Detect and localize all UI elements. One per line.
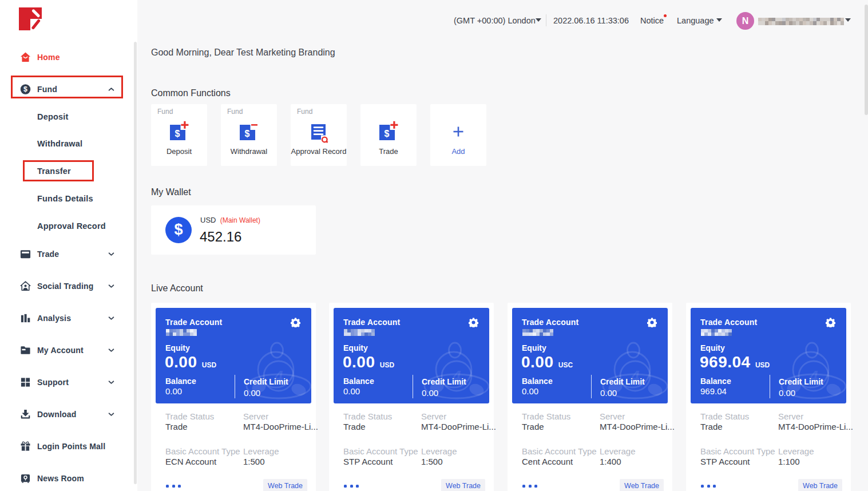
- svg-text:$: $: [385, 129, 390, 138]
- svg-text:$: $: [245, 129, 250, 138]
- svg-text:$: $: [175, 129, 180, 138]
